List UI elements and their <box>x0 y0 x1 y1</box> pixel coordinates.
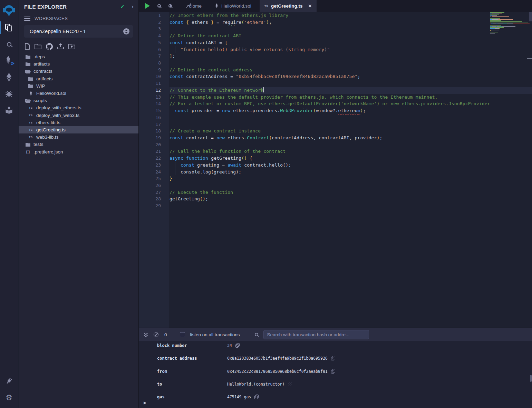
listen-transactions-checkbox[interactable] <box>180 332 185 337</box>
line-number: 26 <box>139 182 169 189</box>
copy-icon[interactable] <box>254 395 259 399</box>
line-number: 11 <box>139 80 169 87</box>
up-down-caret-icon <box>123 28 129 34</box>
tree-item-deploy_with_web3.ts[interactable]: TSdeploy_with_web3.ts <box>19 112 138 119</box>
tab-HelloWorld.sol[interactable]: HelloWorld.sol <box>210 0 256 12</box>
new-file-button[interactable] <box>25 43 30 50</box>
close-icon[interactable]: ✕ <box>308 3 312 9</box>
copy-icon[interactable] <box>235 343 240 348</box>
upload-file-button[interactable] <box>57 43 64 50</box>
tree-item-getGreeting.ts[interactable]: TSgetGreeting.ts <box>19 126 138 133</box>
ts-icon: TS <box>28 114 33 117</box>
terminal-row: toHelloWorld.(constructor) <box>139 381 532 394</box>
bug-icon <box>5 90 13 98</box>
sidebar-item-debugger[interactable] <box>0 86 18 102</box>
tree-item-WIP[interactable]: WIP <box>19 82 138 90</box>
tab-getGreeting.ts[interactable]: TSgetGreeting.ts✕ <box>260 0 317 12</box>
line-number: 19 <box>139 135 169 141</box>
remix-logo-icon[interactable] <box>0 0 18 19</box>
line-number: 16 <box>139 114 169 121</box>
terminal-scrollbar-thumb[interactable] <box>530 375 532 382</box>
line-number: 2 <box>139 19 169 26</box>
code-line-26 <box>170 182 532 189</box>
sidebar-item-plugin-manager[interactable] <box>0 373 18 389</box>
file-tree: .depsartifactscontractsartifactsWIPHello… <box>19 53 138 156</box>
plug-icon <box>3 375 16 388</box>
terminal-prompt[interactable]: > <box>143 400 146 406</box>
tree-item-contracts[interactable]: contracts <box>19 68 138 75</box>
line-number: 8 <box>139 60 169 67</box>
line-number: 18 <box>139 128 169 135</box>
solidity-icon <box>215 3 219 8</box>
code-line-12: // Connect to the Ethereum network <box>170 87 532 94</box>
code-editor[interactable]: // Import ethers from the ethers.js libr… <box>170 12 532 328</box>
copy-icon[interactable] <box>331 356 335 360</box>
code-line-8 <box>170 60 532 67</box>
tree-item-web3-lib.ts[interactable]: TSweb3-lib.ts <box>19 133 138 141</box>
copy-icon[interactable] <box>331 369 335 374</box>
terminal-row-value: 475149 gas <box>227 395 251 399</box>
terminal-row-value: HelloWorld.(constructor) <box>227 382 284 387</box>
tree-item-tests[interactable]: tests <box>19 141 138 148</box>
minimap[interactable] <box>490 12 530 34</box>
chevron-right-icon[interactable]: › <box>132 4 134 9</box>
tree-item-artifacts[interactable]: artifacts <box>19 75 138 82</box>
workspace-dropdown[interactable]: OpenZeppelin ERC20 - 1 <box>24 25 133 38</box>
line-number: 4 <box>139 32 169 39</box>
line-number: 15 <box>139 107 169 114</box>
tree-item-artifacts[interactable]: artifacts <box>19 60 138 68</box>
sidebar-item-solidity-compiler[interactable]: ⟳ <box>0 52 18 69</box>
tab-label: getGreeting.ts <box>271 3 303 9</box>
tree-item-.prettierrc.json[interactable]: { }.prettierrc.json <box>19 148 138 155</box>
tree-item-label: artifacts <box>36 76 52 81</box>
tab-strip: HomeHelloWorld.solTSgetGreeting.ts✕ <box>182 0 320 12</box>
code-line-14: // For a testnet or custom RPC, use ethe… <box>170 100 532 107</box>
clear-console-icon[interactable] <box>154 332 158 337</box>
text-cursor <box>263 87 264 92</box>
line-number: 17 <box>139 121 169 128</box>
new-folder-button[interactable] <box>35 43 41 49</box>
zoom-in-button[interactable] <box>168 4 172 8</box>
tree-item-ethers-lib.ts[interactable]: TSethers-lib.ts <box>19 119 138 126</box>
terminal-row-key: to <box>157 382 227 387</box>
line-number: 14 <box>139 100 169 107</box>
run-script-button[interactable] <box>145 3 150 9</box>
sidebar-item-deploy-and-run[interactable] <box>0 69 18 86</box>
github-clone-button[interactable] <box>46 43 53 50</box>
folder-icon <box>25 142 31 147</box>
file-explorer-icon <box>5 24 13 31</box>
tab-Home[interactable]: Home <box>182 0 206 12</box>
copy-icon[interactable] <box>288 382 292 386</box>
sidebar-item-search[interactable] <box>0 36 18 52</box>
listen-transactions-label: listen on all transactions <box>190 332 240 337</box>
collapse-terminal-button[interactable] <box>143 332 148 337</box>
code-line-20 <box>170 141 532 148</box>
upload-folder-button[interactable] <box>68 43 75 49</box>
activity-bar: ⟳ ⚙ <box>0 0 18 408</box>
zoom-out-button[interactable] <box>157 4 161 8</box>
terminal-search-input[interactable] <box>263 330 369 339</box>
tree-item-HelloWorld.sol[interactable]: HelloWorld.sol <box>19 90 138 97</box>
folder-icon <box>28 84 33 88</box>
sidebar-item-settings[interactable]: ⚙ <box>0 389 18 406</box>
terminal-row-key: contract address <box>157 356 227 361</box>
editor-scrollbar-thumb[interactable] <box>529 12 532 21</box>
line-number: 25 <box>139 175 169 182</box>
workspace-menu-icon[interactable] <box>24 17 30 21</box>
check-icon: ✓ <box>120 3 125 10</box>
sidebar-item-file-explorer[interactable] <box>0 19 18 36</box>
tree-item-scripts[interactable]: scripts <box>19 97 138 104</box>
tree-item-label: scripts <box>33 98 47 103</box>
code-line-5: const contractABI = [ <box>170 39 532 46</box>
tree-item-deploy_with_ethers.ts[interactable]: TSdeploy_with_ethers.ts <box>19 104 138 111</box>
sidebar-item-learneth[interactable] <box>0 102 18 119</box>
terminal-search-icon <box>255 333 258 336</box>
line-number: 6 <box>139 46 169 53</box>
code-line-4: // Define the contract ABI <box>170 32 532 39</box>
code-line-17 <box>170 121 532 128</box>
tree-item-label: contracts <box>33 69 52 74</box>
tree-item-label: .prettierrc.json <box>33 149 63 155</box>
transaction-count: 0 <box>164 332 167 337</box>
code-line-23: const greeting = await contract.hello(); <box>170 162 532 169</box>
tree-item-.deps[interactable]: .deps <box>19 53 138 60</box>
